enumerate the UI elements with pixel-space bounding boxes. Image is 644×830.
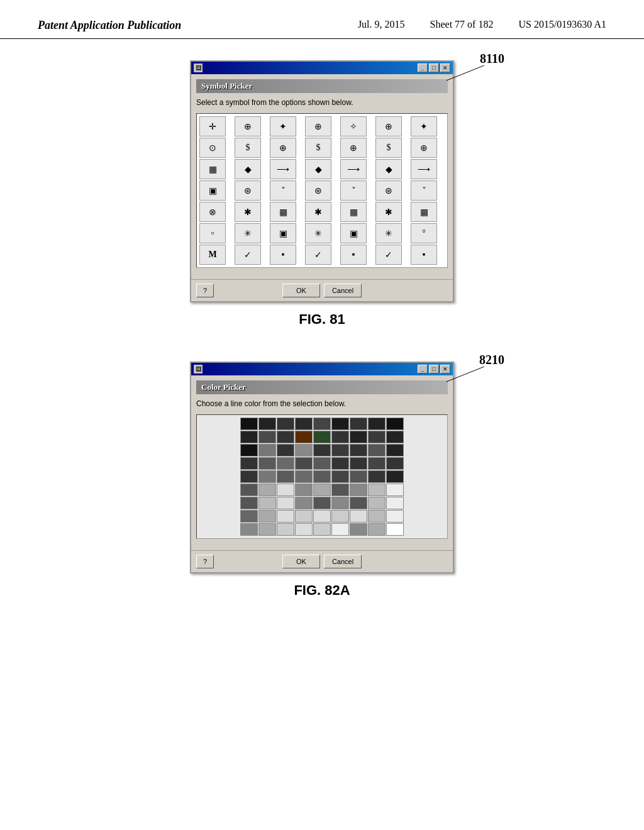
symbol-cell[interactable]: ⟶ bbox=[411, 159, 437, 179]
color-cell[interactable] bbox=[313, 510, 331, 523]
color-cell[interactable] bbox=[350, 510, 367, 523]
color-help-button[interactable]: ? bbox=[196, 555, 214, 568]
symbol-cell[interactable]: ˅ bbox=[270, 180, 296, 201]
symbol-cell[interactable]: ˅ bbox=[411, 180, 437, 201]
color-cell[interactable] bbox=[313, 497, 331, 509]
color-cell[interactable] bbox=[368, 484, 386, 496]
color-cell[interactable] bbox=[313, 470, 331, 483]
symbol-cell[interactable]: ⊕ bbox=[235, 116, 261, 136]
ok-button[interactable]: OK bbox=[282, 284, 320, 297]
symbol-cell[interactable]: ✓ bbox=[305, 245, 331, 265]
color-cell[interactable] bbox=[350, 444, 367, 456]
color-cell[interactable] bbox=[295, 431, 313, 443]
symbol-cell[interactable]: ▫ bbox=[199, 223, 226, 243]
symbol-cell[interactable]: ✳ bbox=[235, 223, 261, 243]
symbol-cell[interactable]: ▦ bbox=[270, 202, 296, 222]
color-cell[interactable] bbox=[295, 523, 313, 536]
color-cell[interactable] bbox=[331, 470, 349, 483]
color-cell[interactable] bbox=[258, 510, 276, 523]
color-cell[interactable] bbox=[386, 523, 404, 536]
symbol-cell[interactable]: ⊕ bbox=[375, 116, 402, 136]
color-cell[interactable] bbox=[277, 457, 294, 470]
symbol-cell[interactable]: ⊛ bbox=[305, 180, 331, 201]
color-cell[interactable] bbox=[313, 523, 331, 536]
symbol-cell[interactable]: ✓ bbox=[235, 245, 261, 265]
color-cell[interactable] bbox=[258, 418, 276, 430]
color-cell[interactable] bbox=[331, 523, 349, 536]
color-cell[interactable] bbox=[350, 431, 367, 443]
color-cell[interactable] bbox=[386, 431, 404, 443]
symbol-cell[interactable]: ◆ bbox=[305, 159, 331, 179]
color-cell[interactable] bbox=[295, 470, 313, 483]
color-cell[interactable] bbox=[295, 484, 313, 496]
color-cell[interactable] bbox=[368, 431, 386, 443]
symbol-cell[interactable]: ▪ bbox=[340, 245, 367, 265]
symbol-cell[interactable]: ✧ bbox=[340, 116, 367, 136]
symbol-cell[interactable]: ▣ bbox=[340, 223, 367, 243]
color-cell[interactable] bbox=[258, 457, 276, 470]
color-cell[interactable] bbox=[368, 523, 386, 536]
color-cell[interactable] bbox=[331, 484, 349, 496]
symbol-cell[interactable]: ◆ bbox=[235, 159, 261, 179]
symbol-cell[interactable]: ⊙ bbox=[199, 138, 226, 158]
color-cell[interactable] bbox=[350, 418, 367, 430]
color-cell[interactable] bbox=[240, 484, 258, 496]
color-cell[interactable] bbox=[331, 510, 349, 523]
color-cell[interactable] bbox=[313, 444, 331, 456]
symbol-cell[interactable]: ✱ bbox=[305, 202, 331, 222]
symbol-cell[interactable]: ⊕ bbox=[305, 116, 331, 136]
color-cell[interactable] bbox=[295, 444, 313, 456]
symbol-cell[interactable]: ✳ bbox=[375, 223, 402, 243]
color-cell[interactable] bbox=[331, 431, 349, 443]
color-cell[interactable] bbox=[368, 418, 386, 430]
cancel-button[interactable]: Cancel bbox=[324, 284, 362, 297]
color-cell[interactable] bbox=[331, 497, 349, 509]
color-cell[interactable] bbox=[386, 457, 404, 470]
color-cell[interactable] bbox=[277, 510, 294, 523]
symbol-cell[interactable]: ° bbox=[411, 223, 437, 243]
color-cell[interactable] bbox=[240, 418, 258, 430]
color-cell[interactable] bbox=[386, 470, 404, 483]
color-cell[interactable] bbox=[331, 444, 349, 456]
symbol-cell[interactable]: ⊕ bbox=[411, 138, 437, 158]
color-cell[interactable] bbox=[386, 510, 404, 523]
color-cell[interactable] bbox=[258, 523, 276, 536]
color-cell[interactable] bbox=[386, 497, 404, 509]
symbol-cell[interactable]: $ bbox=[235, 138, 261, 158]
color-cell[interactable] bbox=[258, 484, 276, 496]
symbol-cell[interactable]: ⟶ bbox=[270, 159, 296, 179]
symbol-cell[interactable]: ˅ bbox=[340, 180, 367, 201]
color-cell[interactable] bbox=[277, 470, 294, 483]
color-cell[interactable] bbox=[368, 510, 386, 523]
color-cell[interactable] bbox=[277, 431, 294, 443]
color-cell[interactable] bbox=[331, 418, 349, 430]
color-cell[interactable] bbox=[350, 470, 367, 483]
color-cell[interactable] bbox=[368, 457, 386, 470]
symbol-cell[interactable]: ✦ bbox=[270, 116, 296, 136]
symbol-cell[interactable]: ✱ bbox=[375, 202, 402, 222]
color-cell[interactable] bbox=[240, 510, 258, 523]
color-cell[interactable] bbox=[240, 444, 258, 456]
symbol-cell[interactable]: ⊕ bbox=[270, 138, 296, 158]
color-cell[interactable] bbox=[386, 418, 404, 430]
symbol-cell[interactable]: M bbox=[199, 245, 226, 265]
symbol-cell[interactable]: ⊗ bbox=[199, 202, 226, 222]
symbol-cell[interactable]: ▦ bbox=[340, 202, 367, 222]
color-cell[interactable] bbox=[313, 484, 331, 496]
symbol-cell[interactable]: ✓ bbox=[375, 245, 402, 265]
color-minimize-button[interactable]: _ bbox=[418, 365, 428, 374]
color-cell[interactable] bbox=[350, 497, 367, 509]
symbol-cell[interactable]: ◆ bbox=[375, 159, 402, 179]
symbol-cell[interactable]: ▦ bbox=[411, 202, 437, 222]
color-cell[interactable] bbox=[295, 510, 313, 523]
symbol-cell[interactable]: ⟶ bbox=[340, 159, 367, 179]
color-cell[interactable] bbox=[240, 457, 258, 470]
symbol-cell[interactable]: ✳ bbox=[305, 223, 331, 243]
symbol-cell[interactable]: ▦ bbox=[199, 159, 226, 179]
color-cell[interactable] bbox=[368, 470, 386, 483]
color-cell[interactable] bbox=[350, 484, 367, 496]
color-cell[interactable] bbox=[240, 523, 258, 536]
color-cell[interactable] bbox=[258, 444, 276, 456]
color-cell[interactable] bbox=[277, 444, 294, 456]
color-cell[interactable] bbox=[313, 457, 331, 470]
